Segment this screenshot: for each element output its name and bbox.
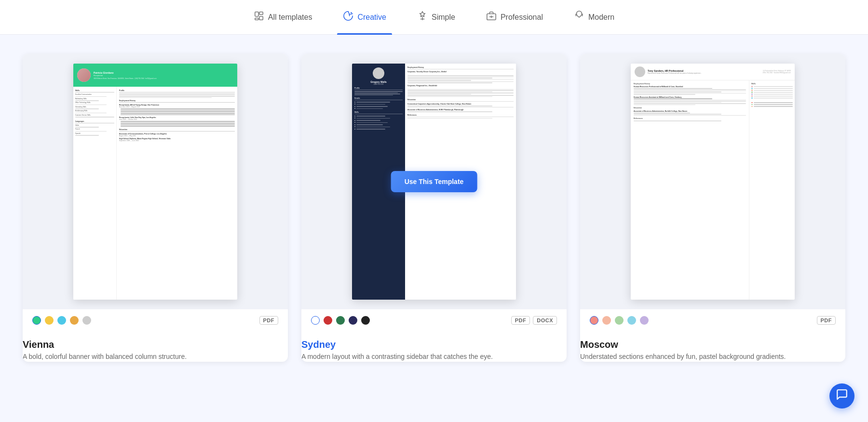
svg-rect-0 [255,12,258,16]
chat-icon [836,388,848,404]
moscow-swatches [590,316,649,325]
moscow-desc: Understated sections enhanced by fun, pa… [580,352,845,362]
nav-label-creative: Creative [357,13,386,22]
use-template-sydney[interactable]: Use This Template [391,171,477,192]
svg-rect-1 [259,12,263,15]
swatch-blue[interactable] [57,316,66,325]
vienna-swatches [32,316,91,325]
template-card-vienna: Patricia Giordano Receptionist 3620 Ella… [23,54,288,362]
vienna-formats: PDF [259,316,279,325]
sydney-docx-badge: DOCX [533,316,557,325]
template-gallery: Patricia Giordano Receptionist 3620 Ella… [0,35,868,381]
sydney-formats: PDF DOCX [511,316,557,325]
swatch-mint[interactable] [615,316,624,325]
swatch-navy[interactable] [349,316,357,325]
vienna-card-footer: PDF [23,309,288,331]
swatch-lavender[interactable] [640,316,649,325]
nav-item-simple[interactable]: Simple [402,0,471,35]
nav-label-all-templates: All templates [268,13,312,22]
nav-bar: All templates Creative Sim [0,0,868,35]
template-preview-vienna[interactable]: Patricia Giordano Receptionist 3620 Ella… [23,54,288,309]
moscow-formats: PDF [817,316,836,325]
all-templates-icon [254,11,264,24]
template-preview-moscow[interactable]: Tony Sanders, HR Professional Experience… [580,54,845,309]
moscow-name: Moscow [580,339,845,350]
moscow-info: Moscow Understated sections enhanced by … [580,331,845,362]
swatch-skyblue[interactable] [627,316,636,325]
sydney-swatches [311,316,370,325]
swatch-orange[interactable] [70,316,79,325]
sydney-pdf-badge: PDF [511,316,530,325]
nav-item-professional[interactable]: Professional [471,0,558,35]
template-card-moscow: Tony Sanders, HR Professional Experience… [580,54,845,362]
svg-point-4 [351,12,352,13]
vienna-name: Vienna [23,339,288,350]
swatch-white[interactable] [311,316,320,325]
simple-icon [417,11,428,24]
svg-rect-3 [255,18,258,20]
swatch-red[interactable] [324,316,332,325]
swatch-darkgreen[interactable] [336,316,345,325]
moscow-pdf-badge: PDF [817,316,836,325]
nav-item-creative[interactable]: Creative [327,0,402,35]
swatch-green[interactable] [32,316,41,325]
swatch-black[interactable] [361,316,370,325]
vienna-desc: A bold, colorful banner with balanced co… [23,352,288,362]
swatch-yellow[interactable] [45,316,54,325]
svg-rect-2 [259,16,263,20]
professional-icon [486,11,497,24]
nav-label-professional: Professional [501,13,543,22]
nav-label-modern: Modern [588,13,614,22]
sydney-name: Sydney [301,339,567,350]
sydney-desc: A modern layout with a contrasting sideb… [301,352,567,362]
vienna-info: Vienna A bold, colorful banner with bala… [23,331,288,362]
template-preview-sydney[interactable]: Gregory Walls CARPENTER Profile Details … [301,54,567,309]
swatch-gray[interactable] [82,316,91,325]
nav-label-simple: Simple [432,13,455,22]
swatch-pink[interactable] [590,316,598,325]
nav-item-all-templates[interactable]: All templates [238,0,328,35]
modern-icon [574,11,584,24]
nav-item-modern[interactable]: Modern [558,0,630,35]
vienna-pdf-badge: PDF [259,316,279,325]
swatch-peach[interactable] [602,316,611,325]
chat-bubble[interactable] [829,383,854,409]
sydney-info: Sydney A modern layout with a contrastin… [301,331,567,362]
moscow-card-footer: PDF [580,309,845,331]
template-card-sydney: Gregory Walls CARPENTER Profile Details … [301,54,567,362]
sydney-card-footer: PDF DOCX [301,309,567,331]
creative-icon [343,11,353,24]
